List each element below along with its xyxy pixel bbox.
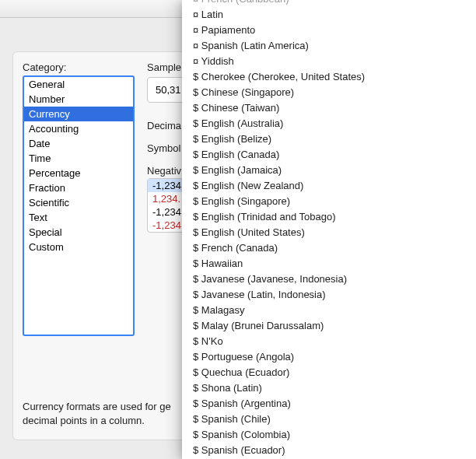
currency-option[interactable]: $ Chinese (Singapore) (182, 85, 476, 100)
category-item-percentage[interactable]: Percentage (24, 166, 133, 180)
currency-option[interactable]: $ N'Ko (182, 334, 476, 349)
currency-option[interactable]: $ Javanese (Javanese, Indonesia) (182, 272, 476, 287)
currency-option[interactable]: $ English (Canada) (182, 147, 476, 163)
category-item-time[interactable]: Time (24, 151, 133, 166)
category-label: Category: (23, 61, 135, 73)
currency-option[interactable]: $ Portuguese (Angola) (182, 349, 476, 365)
currency-option[interactable]: $ French (Canada) (182, 240, 476, 256)
currency-option[interactable]: $ Hawaiian (182, 256, 476, 272)
currency-option[interactable]: $ Spanish (Ecuador) (182, 443, 476, 458)
currency-option[interactable]: ¤ Papiamento (182, 23, 476, 38)
currency-option[interactable]: $ Chinese (Taiwan) (182, 100, 476, 116)
currency-option[interactable]: ¤ Spanish (Latin America) (182, 38, 476, 54)
currency-option[interactable]: $ English (Trinidad and Tobago) (182, 209, 476, 225)
currency-option[interactable]: $ English (Jamaica) (182, 163, 476, 178)
currency-option[interactable]: $ Javanese (Latin, Indonesia) (182, 287, 476, 303)
currency-option[interactable]: $ Spanish (Argentina) (182, 396, 476, 412)
category-item-custom[interactable]: Custom (24, 240, 133, 254)
category-item-date[interactable]: Date (24, 136, 133, 151)
category-item-currency[interactable]: Currency (24, 107, 133, 121)
currency-option[interactable]: $ Cherokee (Cherokee, United States) (182, 69, 476, 85)
currency-option[interactable]: ¤ Yiddish (182, 54, 476, 69)
currency-option[interactable]: $ English (United States) (182, 225, 476, 240)
currency-option[interactable]: $ Malagasy (182, 303, 476, 318)
category-item-text[interactable]: Text (24, 210, 133, 225)
currency-option[interactable]: $ Spanish (Colombia) (182, 427, 476, 443)
category-item-fraction[interactable]: Fraction (24, 180, 133, 195)
currency-option[interactable]: $ Shona (Latin) (182, 380, 476, 396)
currency-option[interactable]: $ Malay (Brunei Darussalam) (182, 318, 476, 334)
category-item-general[interactable]: General (24, 77, 133, 92)
category-listbox[interactable]: GeneralNumberCurrencyAccountingDateTimeP… (23, 75, 135, 336)
currency-option[interactable]: $ English (Belize) (182, 131, 476, 147)
currency-symbol-dropdown[interactable]: ¤ French (Caribbean)¤ Latin¤ Papiamento¤… (182, 0, 476, 459)
currency-option[interactable]: ¤ French (Caribbean) (182, 0, 476, 7)
currency-option[interactable]: $ English (Australia) (182, 116, 476, 131)
currency-option[interactable]: $ Spanish (Chile) (182, 412, 476, 427)
currency-option[interactable]: $ Quechua (Ecuador) (182, 365, 476, 380)
currency-option[interactable]: $ English (Singapore) (182, 194, 476, 209)
category-item-scientific[interactable]: Scientific (24, 195, 133, 210)
category-item-accounting[interactable]: Accounting (24, 121, 133, 136)
category-item-special[interactable]: Special (24, 225, 133, 240)
currency-option[interactable]: $ English (New Zealand) (182, 178, 476, 194)
category-item-number[interactable]: Number (24, 92, 133, 107)
currency-option[interactable]: ¤ Latin (182, 7, 476, 23)
